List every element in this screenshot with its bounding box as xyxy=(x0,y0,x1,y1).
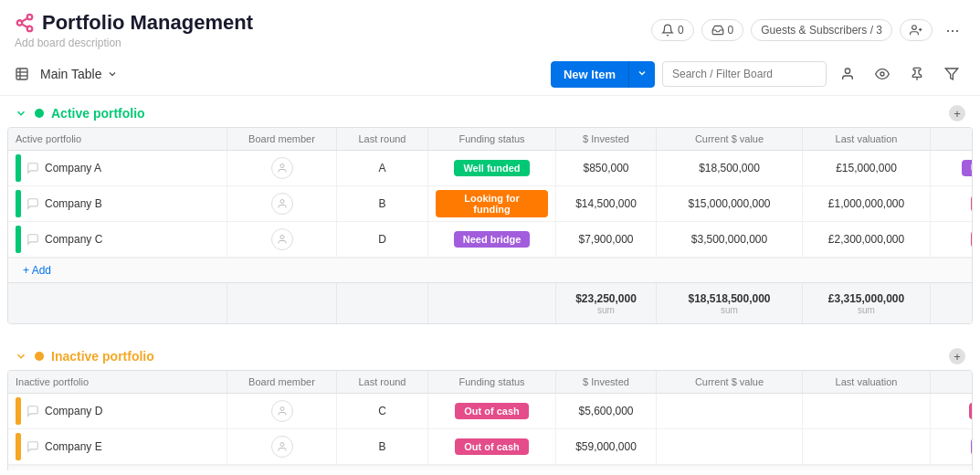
board-member-cell xyxy=(227,151,337,185)
funding-status-cell[interactable]: Out of cash xyxy=(428,429,556,464)
chat-icon[interactable] xyxy=(26,440,39,453)
person-icon-button[interactable] xyxy=(834,60,861,88)
share-icon xyxy=(15,13,35,33)
guests-button[interactable]: Guests & Subscribers / 3 xyxy=(751,19,892,41)
inactive-group-collapse-icon[interactable] xyxy=(15,350,27,363)
active-add-row-button[interactable]: + Add xyxy=(8,258,972,282)
last-valuation-cell[interactable] xyxy=(803,394,931,428)
main-table-button[interactable]: Main Table xyxy=(33,63,125,85)
risk-cell[interactable]: Unicorn xyxy=(931,151,973,185)
new-item-dropdown-button[interactable] xyxy=(628,61,655,88)
invested-cell[interactable]: $850,000 xyxy=(556,151,657,185)
active-group-collapse-icon[interactable] xyxy=(15,107,27,120)
last-round-cell[interactable]: C xyxy=(337,394,428,428)
guests-label: Guests & Subscribers / 3 xyxy=(761,24,882,37)
table-row: Company D C Out of cash $5,600,000 High xyxy=(8,394,972,429)
pin-icon-button[interactable] xyxy=(903,60,931,88)
active-group-title[interactable]: Active portfolio xyxy=(51,106,145,121)
funding-status-cell[interactable]: Need bridge xyxy=(428,222,556,257)
add-person-icon xyxy=(910,24,922,37)
avatar[interactable] xyxy=(271,436,293,458)
funding-badge: Well funded xyxy=(454,160,529,176)
sum-last-valuation: £3,315,000,000 sum xyxy=(803,283,931,323)
row-name-cell: Company C xyxy=(8,222,227,257)
company-name[interactable]: Company D xyxy=(45,405,102,417)
avatar[interactable] xyxy=(271,193,293,215)
col-current-value: Current $ value xyxy=(657,371,803,393)
header-right: 0 0 Guests & Subscribers / 3 ··· xyxy=(651,17,965,43)
avatar[interactable] xyxy=(271,157,293,179)
col-current-value: Current $ value xyxy=(657,128,803,150)
last-valuation-cell[interactable]: £1,000,000,000 xyxy=(803,186,931,221)
last-valuation-cell[interactable]: £2,300,000,000 xyxy=(803,222,931,257)
funding-status-cell[interactable]: Well funded xyxy=(428,151,556,185)
last-round-cell[interactable]: A xyxy=(337,151,428,185)
invested-cell[interactable]: $14,500,000 xyxy=(556,186,657,221)
inbox-button[interactable]: 0 xyxy=(701,19,744,41)
funding-status-cell[interactable]: Looking for funding xyxy=(428,186,556,221)
risk-cell[interactable]: High xyxy=(931,394,973,428)
chat-icon[interactable] xyxy=(26,405,39,417)
table-row: Company E B Out of cash $59,000,000 Med xyxy=(8,429,972,465)
last-valuation-cell[interactable]: £15,000,000 xyxy=(803,151,931,185)
active-group-add-icon[interactable]: + xyxy=(949,105,965,121)
new-item-button[interactable]: New Item xyxy=(551,61,628,88)
table-row: Company B B Looking for funding $14,500,… xyxy=(8,186,972,222)
current-value-cell[interactable] xyxy=(657,394,803,428)
search-input[interactable] xyxy=(662,61,827,87)
board-member-cell xyxy=(227,394,337,428)
company-name[interactable]: Company E xyxy=(45,440,102,453)
inactive-group-title[interactable]: Inactive portfolio xyxy=(51,349,154,364)
more-menu-button[interactable]: ··· xyxy=(940,17,965,43)
company-name[interactable]: Company A xyxy=(45,162,101,174)
svg-point-5 xyxy=(912,26,917,30)
last-round-cell[interactable]: D xyxy=(337,222,428,257)
col-invested: $ Invested xyxy=(556,371,657,393)
inactive-group-add-icon[interactable]: + xyxy=(949,348,965,364)
avatar[interactable] xyxy=(271,400,293,422)
sum-empty-4 xyxy=(428,283,556,323)
current-value-cell[interactable] xyxy=(657,429,803,464)
invested-cell[interactable]: $5,600,000 xyxy=(556,394,657,428)
last-round-cell[interactable]: B xyxy=(337,429,428,464)
last-round-cell[interactable]: B xyxy=(337,186,428,221)
sum-current-value: $18,518,500,000 sum xyxy=(657,283,803,323)
risk-cell[interactable]: Low xyxy=(931,222,973,257)
funding-status-cell[interactable]: Out of cash xyxy=(428,394,556,428)
chat-icon[interactable] xyxy=(26,197,39,210)
col-risk: Risk xyxy=(931,128,973,150)
invested-cell[interactable]: $59,000,000 xyxy=(556,429,657,464)
notify-button[interactable]: 0 xyxy=(651,19,694,41)
last-valuation-cell[interactable] xyxy=(803,429,931,464)
current-value-cell[interactable]: $3,500,000,000 xyxy=(657,222,803,257)
chat-icon[interactable] xyxy=(26,162,39,174)
board-subtitle[interactable]: Add board description xyxy=(15,37,253,49)
chat-icon[interactable] xyxy=(26,233,39,246)
more-icon: ··· xyxy=(945,21,959,40)
header-left: Portfolio Management Add board descripti… xyxy=(15,11,253,49)
col-last-round: Last round xyxy=(337,371,428,393)
col-funding-status: Funding status xyxy=(428,128,556,150)
svg-point-13 xyxy=(880,72,884,76)
eye-icon-button[interactable] xyxy=(869,60,896,88)
chevron-down-icon xyxy=(637,68,648,79)
active-group-header: Active portfolio + xyxy=(7,96,973,127)
filter-icon-button[interactable] xyxy=(938,60,965,88)
inactive-add-row-button[interactable]: + Add xyxy=(8,465,972,470)
svg-point-12 xyxy=(845,69,849,73)
current-value-cell[interactable]: $18,500,000 xyxy=(657,151,803,185)
company-name[interactable]: Company C xyxy=(45,233,102,246)
invite-button[interactable] xyxy=(900,19,933,41)
risk-cell[interactable]: Low xyxy=(931,186,973,221)
sum-empty-2 xyxy=(227,283,337,323)
risk-cell[interactable]: Med xyxy=(931,429,973,464)
inactive-col-headers: Inactive portfolio Board member Last rou… xyxy=(8,371,972,394)
avatar[interactable] xyxy=(271,228,293,250)
invested-cell[interactable]: $7,900,000 xyxy=(556,222,657,257)
new-item-group: New Item xyxy=(551,61,655,88)
risk-badge: Med xyxy=(971,438,974,455)
current-value-cell[interactable]: $15,000,000,000 xyxy=(657,186,803,221)
main-table-label: Main Table xyxy=(40,67,101,81)
col-last-valuation: Last valuation xyxy=(803,128,931,150)
company-name[interactable]: Company B xyxy=(45,197,102,210)
